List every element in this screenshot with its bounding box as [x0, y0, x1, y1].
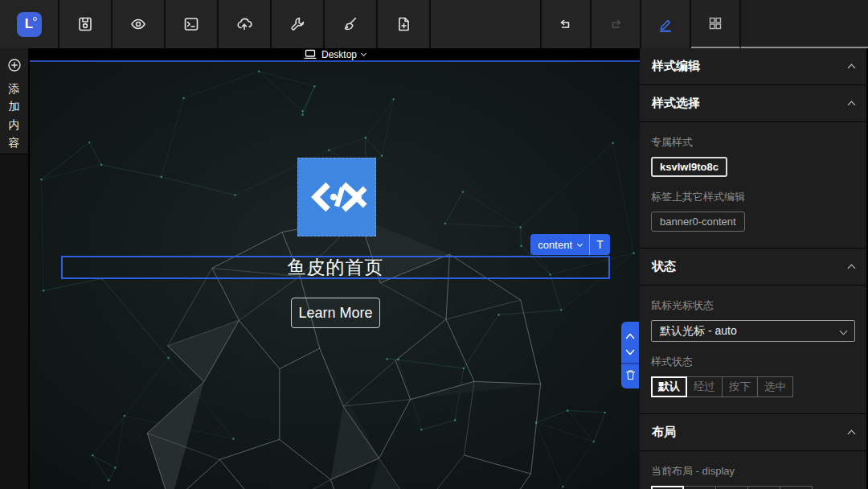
cursor-state-value: 默认光标 - auto: [660, 324, 737, 339]
trash-icon: [625, 369, 636, 380]
display-none-button[interactable]: [780, 486, 813, 489]
move-up-button[interactable]: [621, 328, 639, 344]
top-bar: L: [0, 0, 868, 48]
app-logo: L: [17, 12, 42, 37]
terminal-button[interactable]: [166, 0, 219, 48]
chevron-up-icon: [848, 265, 856, 273]
app-logo-button[interactable]: L: [0, 0, 59, 48]
content-tag-dropdown[interactable]: content: [530, 234, 589, 255]
content-tag-label: content: [538, 239, 572, 251]
selection-tag: content T: [530, 234, 610, 255]
chevron-up-icon: [848, 64, 856, 72]
tab-bar-filler: [741, 0, 868, 48]
wrench-icon: [289, 15, 306, 33]
main-area: 添加内容 Desktop: [0, 48, 868, 489]
app-window: L: [0, 0, 868, 489]
section-header-state[interactable]: 状态: [640, 249, 866, 286]
exclusive-style-label: 专属样式: [651, 135, 855, 150]
clean-button[interactable]: [325, 0, 378, 48]
exclusive-style-tag[interactable]: ksvlwl9to8c: [651, 157, 727, 177]
device-selector[interactable]: Desktop: [30, 48, 640, 60]
section-title: 样式编辑: [652, 59, 700, 74]
style-state-active[interactable]: 按下: [722, 376, 758, 397]
circle-plus-icon: [7, 58, 22, 72]
redo-button[interactable]: [592, 0, 641, 48]
delete-button[interactable]: [621, 367, 639, 383]
section-selection-top-border: [30, 60, 640, 62]
learn-more-button[interactable]: Learn More: [291, 298, 380, 328]
banner-section[interactable]: 鱼皮的首页 content T Learn More: [30, 60, 640, 489]
section-title: 布局: [652, 425, 676, 440]
file-plus-icon: [395, 15, 412, 33]
state-body: 鼠标光标状态 默认光标 - auto 样式状态 默认 经过 按下 选中: [640, 298, 866, 414]
move-down-button[interactable]: [621, 344, 639, 360]
section-header-style-select[interactable]: 样式选择: [640, 85, 866, 122]
display-mode-group: A: [651, 486, 855, 489]
tab-blocks[interactable]: [691, 0, 741, 48]
desktop-icon: [304, 49, 317, 60]
panel-tab-bar: [641, 0, 868, 48]
broom-icon: [342, 15, 359, 33]
chevron-up-icon: [848, 101, 856, 109]
editor-toolbar: L: [0, 0, 641, 48]
new-page-button[interactable]: [378, 0, 431, 48]
display-inline-block-button[interactable]: [683, 486, 716, 489]
section-header-style-edit[interactable]: 样式编辑: [640, 48, 866, 85]
display-inline-button[interactable]: [715, 486, 748, 489]
style-state-group: 默认 经过 按下 选中: [651, 376, 855, 397]
style-state-selected[interactable]: 选中: [757, 376, 793, 397]
text-tool-button[interactable]: T: [589, 234, 610, 255]
style-state-hover[interactable]: 经过: [686, 376, 723, 397]
save-button[interactable]: [59, 0, 113, 48]
hero-title[interactable]: 鱼皮的首页: [288, 255, 384, 280]
display-inline-text-button[interactable]: A: [747, 486, 780, 489]
logo-degree-mark: [33, 17, 37, 21]
chevron-down-icon: [361, 51, 366, 56]
grid-icon: [706, 14, 724, 32]
element-actions-toolbar: [621, 322, 639, 388]
section-title: 状态: [652, 259, 676, 274]
chevron-down-icon: [840, 327, 848, 335]
undo-button[interactable]: [542, 0, 592, 48]
section-title: 样式选择: [652, 96, 700, 111]
tools-button[interactable]: [272, 0, 325, 48]
terminal-icon: [182, 15, 200, 33]
save-icon: [76, 15, 94, 33]
style-select-body: 专属样式 ksvlwl9to8c 标签上其它样式编辑 banner0-conte…: [640, 135, 866, 249]
style-state-default[interactable]: 默认: [651, 376, 687, 397]
other-style-tag[interactable]: banner0-content: [651, 212, 745, 232]
layout-body: 当前布局 - display A: [640, 464, 866, 489]
chevron-up-icon: [625, 333, 635, 339]
cloud-upload-icon: [235, 15, 253, 33]
left-sidebar: 添加内容: [0, 48, 30, 489]
device-label: Desktop: [321, 49, 357, 60]
add-content-button[interactable]: 添加内容: [0, 48, 28, 154]
undo-icon: [557, 15, 575, 33]
chevron-up-icon: [848, 430, 856, 438]
other-style-label: 标签上其它样式编辑: [651, 190, 855, 204]
fish-code-logo-icon: [305, 173, 368, 221]
tab-style-edit[interactable]: [641, 0, 691, 48]
toolbar-divider: [621, 363, 639, 364]
cursor-state-select[interactable]: 默认光标 - auto: [651, 320, 855, 342]
eye-icon: [129, 15, 147, 33]
add-content-label: 添加内容: [8, 80, 20, 152]
pencil-icon: [657, 15, 674, 33]
style-panel: 样式编辑 样式选择 专属样式 ksvlwl9to8c 标签上其它样式编辑 ban…: [640, 48, 866, 489]
chevron-down-icon: [577, 240, 583, 246]
redo-icon: [607, 15, 624, 33]
preview-button[interactable]: [113, 0, 166, 48]
publish-button[interactable]: [219, 0, 272, 48]
cursor-state-label: 鼠标光标状态: [651, 298, 855, 313]
app-logo-letter: L: [25, 16, 33, 32]
style-state-label: 样式状态: [651, 355, 855, 369]
toolbar-spacer: [431, 0, 542, 48]
hero-image[interactable]: [297, 158, 376, 236]
canvas: Desktop: [30, 48, 640, 489]
section-header-layout[interactable]: 布局: [640, 414, 866, 451]
display-block-button[interactable]: [651, 486, 684, 489]
display-label: 当前布局 - display: [651, 464, 855, 479]
title-selection-box: 鱼皮的首页 content T: [61, 256, 610, 279]
chevron-down-icon: [625, 349, 635, 355]
